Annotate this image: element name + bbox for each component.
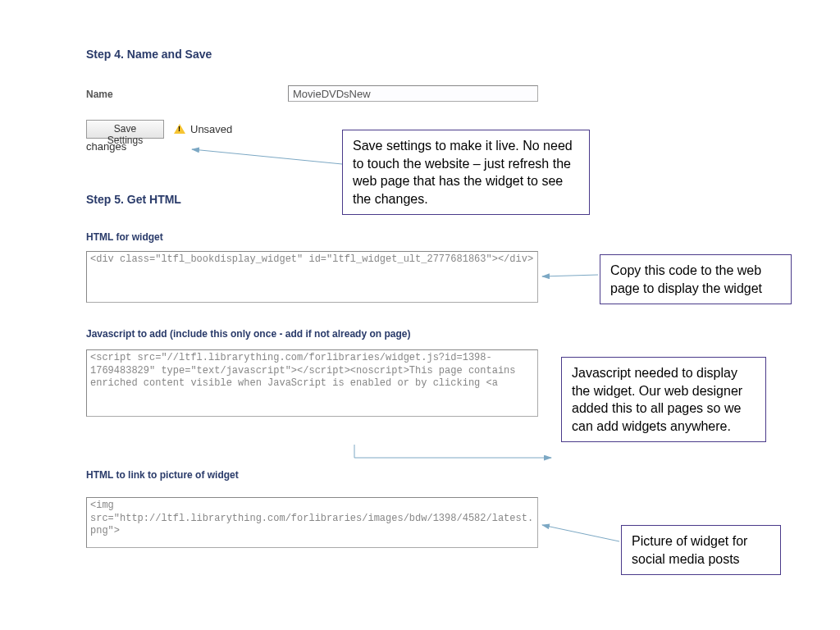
link-code-box[interactable]: <img src="http://ltfl.librarything.com/f…: [86, 497, 538, 548]
save-settings-button[interactable]: Save Settings: [86, 120, 164, 139]
callout-save: Save settings to make it live. No need t…: [342, 130, 590, 215]
js-label: Javascript to add (include this only onc…: [86, 328, 410, 340]
warning-icon: [174, 124, 185, 134]
callout-picture: Picture of widget for social media posts: [621, 525, 781, 575]
svg-line-2: [542, 275, 598, 276]
svg-line-3: [542, 525, 619, 541]
svg-line-1: [192, 149, 342, 164]
callout-copy-html: Copy this code to the web page to displa…: [600, 254, 792, 304]
html-code-box[interactable]: <div class="ltfl_bookdisplay_widget" id=…: [86, 251, 538, 303]
step5-heading: Step 5. Get HTML: [86, 193, 181, 206]
link-picture-label: HTML to link to picture of widget: [86, 469, 239, 481]
js-code-box[interactable]: <script src="//ltfl.librarything.com/for…: [86, 349, 538, 417]
name-input[interactable]: [288, 85, 538, 102]
status-changes: changes: [86, 140, 126, 153]
callout-javascript: Javascript needed to display the widget.…: [561, 357, 766, 442]
status-unsaved: Unsaved: [190, 123, 232, 135]
html-widget-label: HTML for widget: [86, 231, 163, 243]
step4-heading: Step 4. Name and Save: [86, 48, 212, 61]
name-label: Name: [86, 89, 113, 100]
